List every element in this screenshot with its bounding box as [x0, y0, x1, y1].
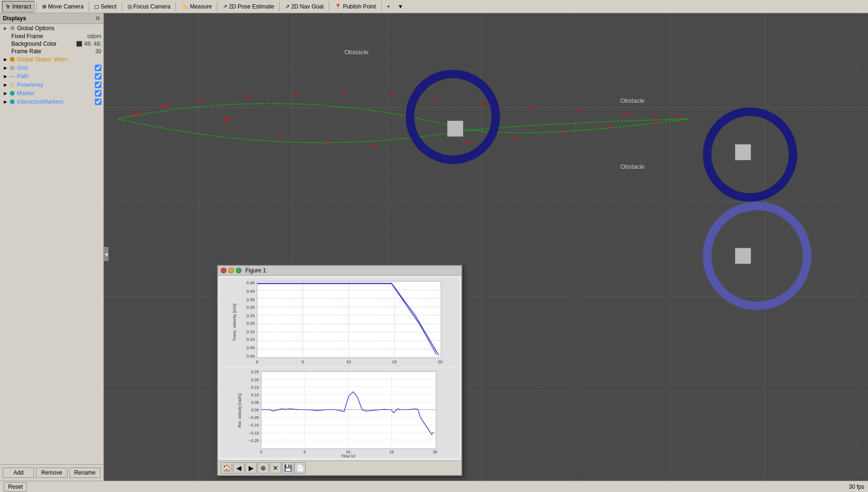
interact-icon: 🖱 [5, 3, 11, 10]
measure-icon: 📏 [181, 3, 188, 10]
tree-item-posearray[interactable]: ▶ ⟨⟩ PoseArray [0, 81, 103, 89]
svg-text:0.05: 0.05 [246, 345, 255, 350]
path-arrow-icon[interactable]: ▶ [4, 74, 8, 79]
dropdown-button[interactable]: ▼ [394, 1, 407, 12]
marker-checkbox[interactable] [95, 90, 101, 97]
plus-icon: + [387, 3, 390, 10]
tree-item-global-options[interactable]: ▶ ⚙ Global Options [0, 24, 103, 33]
move-camera-button[interactable]: ⊕ Move Camera [39, 1, 87, 12]
canvas-area[interactable]: Obstacle Obstacle Obstacle ◀ Figure 1 [104, 13, 868, 481]
fig-back-button[interactable]: ◀ [233, 462, 244, 474]
focus-camera-button[interactable]: ◎ Focus Camera [124, 1, 174, 12]
svg-text:0.45: 0.45 [246, 280, 255, 285]
nav-goal-icon: ↗ [285, 3, 290, 10]
grid-arrow[interactable]: ▶ [4, 66, 8, 70]
global-options-arrow[interactable]: ▶ [4, 26, 8, 31]
tree-item-grid[interactable]: ▶ Grid [0, 64, 103, 72]
svg-rect-72 [261, 372, 436, 449]
tree-item-background-color[interactable]: Background Color 48; 48; [0, 40, 103, 48]
separator-6 [279, 2, 280, 11]
frame-rate-value: 30 [95, 48, 101, 55]
path-checkbox[interactable] [95, 73, 101, 80]
fig-forward-button[interactable]: ▶ [245, 462, 257, 474]
svg-rect-32 [257, 281, 441, 358]
grid-checkbox[interactable] [95, 65, 101, 71]
pose-estimate-button[interactable]: ↗ 2D Pose Estimate [219, 1, 277, 12]
fixed-frame-label: Fixed Frame [11, 33, 85, 40]
marker-arrow[interactable]: ▶ [4, 91, 8, 96]
svg-text:0.20: 0.20 [251, 377, 259, 382]
fig-home-button[interactable]: 🏠 [221, 462, 232, 474]
svg-text:5: 5 [301, 360, 304, 364]
posearray-checkbox[interactable] [95, 82, 101, 88]
main-layout: Displays ✕ ▶ ⚙ Global Options Fixed Fram… [0, 13, 868, 481]
marker-label: Marker [17, 90, 94, 97]
plot1-container: 0.45 0.40 0.35 0.30 0.25 0.20 0.15 0.10 … [220, 278, 459, 367]
collapse-handle[interactable]: ◀ [104, 247, 108, 261]
select-button[interactable]: ◻ Select [91, 1, 119, 12]
pose-estimate-label: 2D Pose Estimate [229, 3, 274, 10]
obstacle-circle-3 [703, 202, 811, 310]
separator-7 [329, 2, 329, 11]
svg-text:0.25: 0.25 [246, 313, 255, 318]
figure1-maximize-button[interactable] [236, 268, 242, 273]
toolbar: 🖱 Interact ⊕ Move Camera ◻ Select ◎ Focu… [0, 0, 868, 13]
reset-button[interactable]: Reset [4, 482, 27, 492]
svg-text:0.05: 0.05 [251, 400, 259, 405]
remove-button[interactable]: Remove [36, 467, 67, 478]
figure1-close-button[interactable] [221, 268, 226, 273]
global-options-icon: ⚙ [8, 25, 16, 32]
tree-item-fixed-frame[interactable]: Fixed Frame odom [0, 33, 103, 40]
svg-text:20: 20 [438, 360, 442, 364]
svg-text:0.40: 0.40 [246, 289, 255, 294]
robot-marker-2 [735, 144, 751, 160]
global-status-icon [8, 56, 16, 63]
fps-display: 30 fps [849, 484, 864, 490]
interact-button[interactable]: 🖱 Interact [2, 1, 34, 12]
svg-text:−0.10: −0.10 [249, 423, 259, 427]
nav-goal-button[interactable]: ↗ 2D Nav Goal [282, 1, 327, 12]
tree-item-frame-rate[interactable]: Frame Rate 30 [0, 48, 103, 55]
marker-icon [8, 90, 16, 97]
fig-zoom-button[interactable]: ⊕ [258, 462, 269, 474]
svg-text:15: 15 [389, 450, 394, 454]
background-color-value: 48; 48; [84, 41, 101, 47]
path-icon: — [8, 73, 16, 80]
global-status-arrow[interactable]: ▶ [4, 57, 8, 62]
publish-point-icon: 📍 [334, 3, 342, 10]
robot-marker-1 [447, 121, 463, 137]
separator-2 [89, 2, 89, 11]
svg-text:20: 20 [433, 450, 438, 454]
rename-button[interactable]: Rename [69, 467, 100, 478]
tree-item-path[interactable]: ▶ — Path [0, 72, 103, 81]
sidebar-bottom: Add Remove Rename [0, 464, 103, 481]
fig-configure-button[interactable]: ✕ [270, 462, 281, 474]
publish-point-button[interactable]: 📍 Publish Point [331, 1, 379, 12]
posearray-arrow[interactable]: ▶ [4, 82, 8, 87]
figure1-plots: 0.45 0.40 0.35 0.30 0.25 0.20 0.15 0.10 … [218, 276, 461, 460]
svg-text:0.10: 0.10 [251, 393, 259, 397]
separator-4 [175, 2, 176, 11]
svg-text:0.10: 0.10 [246, 337, 255, 342]
sidebar: Displays ✕ ▶ ⚙ Global Options Fixed Fram… [0, 13, 104, 481]
close-sidebar-button[interactable]: ✕ [95, 15, 100, 22]
interactive-markers-checkbox[interactable] [95, 98, 101, 105]
dropdown-icon: ▼ [398, 3, 403, 10]
fig-save-button[interactable]: 💾 [282, 462, 293, 474]
background-color-label: Background Color [11, 41, 76, 47]
fig-save2-button[interactable]: 📄 [294, 462, 306, 474]
move-camera-icon: ⊕ [42, 3, 47, 10]
measure-button[interactable]: 📏 Measure [178, 1, 215, 12]
tree-item-interactive-markers[interactable]: ▶ InteractiveMarkers [0, 98, 103, 106]
add-button[interactable]: Add [3, 467, 34, 478]
interactive-markers-arrow[interactable]: ▶ [4, 99, 8, 104]
plus-button[interactable]: + [384, 1, 393, 12]
figure1-title: Figure 1 [245, 267, 266, 274]
figure1-minimize-button[interactable] [228, 268, 234, 273]
tree-item-marker[interactable]: ▶ Marker [0, 89, 103, 98]
svg-text:Trans. velocity [m/s]: Trans. velocity [m/s] [232, 303, 237, 341]
displays-title: Displays [3, 15, 26, 22]
displays-header: Displays ✕ [0, 13, 103, 24]
tree-item-global-status[interactable]: ▶ Global Status: Warn [0, 55, 103, 64]
obstacle-circle-1 [406, 70, 500, 164]
